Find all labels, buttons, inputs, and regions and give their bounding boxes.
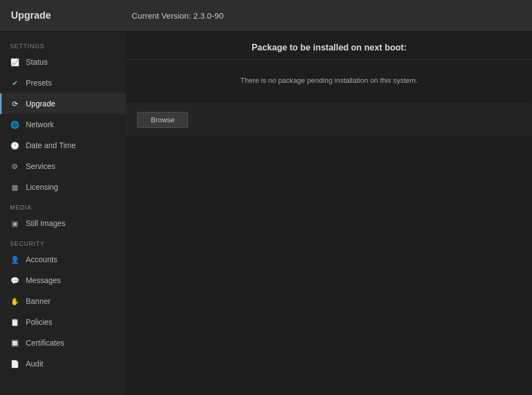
version-label: Current Version: 2.3.0-90	[132, 11, 224, 20]
settings-section-label: SETTINGS	[0, 36, 126, 52]
sidebar-item-still-images[interactable]: ▣ Still Images	[0, 213, 126, 234]
policies-icon: 📋	[9, 317, 20, 328]
sidebar-item-label: Policies	[26, 318, 52, 326]
sidebar-item-banner[interactable]: ✋ Banner	[0, 291, 126, 312]
sidebar-item-label: Certificates	[26, 338, 64, 347]
sidebar-item-label: Audit	[26, 359, 43, 368]
gear-icon: ⚙	[9, 161, 20, 172]
media-section-label: MEDIA	[0, 198, 126, 213]
sidebar-item-label: Upgrade	[26, 99, 55, 108]
status-icon: 📈	[9, 57, 20, 67]
sidebar-item-messages[interactable]: 💬 Messages	[0, 270, 126, 291]
sidebar-item-presets[interactable]: ✔ Presets	[0, 72, 126, 93]
sidebar: SETTINGS 📈 Status ✔ Presets ⟳ Upgrade 🌐 …	[0, 32, 126, 395]
licensing-icon: ▦	[9, 182, 20, 193]
upgrade-icon: ⟳	[9, 98, 20, 109]
package-section: Package to be installed on next boot: Th…	[126, 32, 532, 137]
sidebar-item-audit[interactable]: 📄 Audit	[0, 353, 126, 374]
package-message: There is no package pending installation…	[126, 60, 532, 101]
sidebar-item-services[interactable]: ⚙ Services	[0, 156, 126, 177]
accounts-icon: 👤	[9, 254, 20, 265]
still-images-icon: ▣	[9, 218, 20, 229]
page-title: Upgrade	[11, 10, 99, 21]
sidebar-item-licensing[interactable]: ▦ Licensing	[0, 177, 126, 198]
sidebar-item-label: Licensing	[26, 183, 58, 191]
sidebar-item-certificates[interactable]: 🔲 Certificates	[0, 332, 126, 353]
sidebar-item-label: Presets	[26, 78, 52, 87]
browse-button[interactable]: Browse	[137, 112, 188, 128]
sidebar-item-label: Banner	[26, 297, 50, 306]
presets-icon: ✔	[9, 77, 20, 88]
sidebar-item-status[interactable]: 📈 Status	[0, 52, 126, 72]
sidebar-item-label: Status	[26, 58, 48, 66]
sidebar-item-label: Network	[26, 120, 54, 129]
banner-icon: ✋	[9, 296, 20, 307]
sidebar-item-upgrade[interactable]: ⟳ Upgrade	[0, 93, 126, 114]
browse-bar: Browse	[126, 103, 532, 137]
app-layout: SETTINGS 📈 Status ✔ Presets ⟳ Upgrade 🌐 …	[0, 32, 532, 395]
audit-icon: 📄	[9, 358, 20, 369]
sidebar-item-policies[interactable]: 📋 Policies	[0, 312, 126, 332]
sidebar-item-network[interactable]: 🌐 Network	[0, 114, 126, 135]
sidebar-item-date-time[interactable]: 🕐 Date and Time	[0, 135, 126, 156]
sidebar-item-label: Still Images	[26, 219, 65, 228]
security-section-label: SECURITY	[0, 234, 126, 249]
sidebar-item-label: Services	[26, 162, 55, 171]
sidebar-item-label: Accounts	[26, 255, 58, 264]
clock-icon: 🕐	[9, 140, 20, 151]
messages-icon: 💬	[9, 275, 20, 286]
header: Upgrade Current Version: 2.3.0-90	[0, 0, 532, 32]
main-content: Package to be installed on next boot: Th…	[126, 32, 532, 395]
network-icon: 🌐	[9, 119, 20, 130]
sidebar-item-label: Date and Time	[26, 141, 76, 150]
sidebar-item-accounts[interactable]: 👤 Accounts	[0, 249, 126, 270]
certificates-icon: 🔲	[9, 337, 20, 348]
package-title: Package to be installed on next boot:	[126, 32, 532, 60]
sidebar-item-label: Messages	[26, 276, 61, 285]
